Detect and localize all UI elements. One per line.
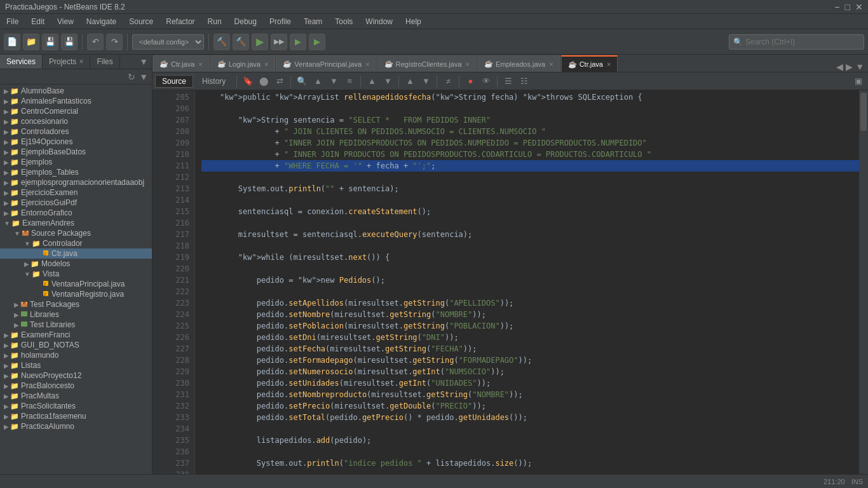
tree-item[interactable]: ▶📁PracMultas	[0, 391, 152, 401]
menu-item-team[interactable]: Team	[297, 14, 329, 29]
run-button[interactable]: ▶	[252, 34, 268, 50]
breakpoint-button[interactable]: ●	[463, 74, 477, 88]
tab-close-5[interactable]: ×	[549, 60, 553, 68]
tree-item[interactable]: ▶📁EntornoGrafico	[0, 208, 152, 218]
tree-item[interactable]: ▶📁NuevoProyecto12	[0, 370, 152, 381]
save-button[interactable]: 💾	[42, 34, 58, 50]
tree-expand-arrow[interactable]: ▶	[4, 98, 9, 105]
tree-expand-arrow[interactable]: ▶	[4, 362, 9, 369]
tab-close-2[interactable]: ×	[264, 60, 268, 68]
tab-ctr-java-active[interactable]: ☕ Ctr.java ×	[561, 55, 618, 72]
save-all-button[interactable]: 💾	[61, 34, 78, 50]
open-project-button[interactable]: 📁	[23, 34, 39, 50]
tree-expand-arrow[interactable]: ▼	[14, 230, 20, 237]
menu-item-file[interactable]: File	[0, 14, 25, 29]
menu-item-tools[interactable]: Tools	[329, 14, 359, 29]
toggle-search-bar-button[interactable]: ≡	[342, 74, 356, 88]
search-input[interactable]	[745, 37, 860, 46]
tree-expand-arrow[interactable]: ▶	[14, 322, 19, 329]
tree-item[interactable]: ▶Test Libraries	[0, 320, 152, 330]
menu-item-refactor[interactable]: Refactor	[159, 14, 201, 29]
tree-expand-arrow[interactable]: ▶	[14, 311, 19, 318]
tree-item[interactable]: ▶📁Ej194Opciones	[0, 137, 152, 147]
next-change-button[interactable]: ▼	[419, 74, 433, 88]
toggle-bookmarks-button[interactable]: 🔖	[241, 74, 255, 88]
tree-item[interactable]: ▶📁Ejemplos	[0, 157, 152, 167]
history-tab[interactable]: History	[195, 75, 233, 88]
tree-expand-arrow[interactable]: ▶	[4, 383, 9, 390]
tree-expand-arrow[interactable]: ▶	[4, 413, 9, 420]
menu-item-navigate[interactable]: Navigate	[80, 14, 123, 29]
tree-expand-arrow[interactable]: ▶	[4, 189, 9, 196]
tree-expand-arrow[interactable]: ▶	[4, 372, 9, 379]
tree-item[interactable]: JVentanaPrincipal.java	[0, 279, 152, 289]
minimize-button[interactable]: −	[834, 2, 839, 12]
tree-item[interactable]: ▶📁Listas	[0, 360, 152, 370]
menu-item-run[interactable]: Run	[201, 14, 228, 29]
tree-expand-arrow[interactable]: ▼	[4, 220, 10, 227]
tree-expand-arrow[interactable]: ▶	[4, 423, 9, 430]
menu-item-help[interactable]: Help	[399, 14, 428, 29]
diff-button[interactable]: ≠	[441, 74, 455, 88]
tree-item[interactable]: ▶📁AnimalesFantasticos	[0, 96, 152, 106]
tree-item[interactable]: ▼📁ExamenAndres	[0, 218, 152, 228]
new-project-button[interactable]: 📄	[4, 34, 20, 50]
toggle-breakpoints-button[interactable]: ⬤	[257, 74, 271, 88]
expand-editor-button[interactable]: ▣	[851, 74, 865, 88]
tree-item[interactable]: ▶📁Controladores	[0, 126, 152, 137]
tabs-scroll-right[interactable]: ▶	[844, 62, 854, 72]
prev-error-button[interactable]: ▲	[365, 74, 379, 88]
panel-collapse-button[interactable]: ▼	[138, 57, 149, 67]
tree-item[interactable]: JCtr.java	[0, 248, 152, 259]
redo-button[interactable]: ↷	[106, 34, 123, 50]
panel-sync-button[interactable]: ↻	[126, 72, 137, 82]
menu-item-profile[interactable]: Profile	[263, 14, 297, 29]
tree-expand-arrow[interactable]: ▶	[4, 169, 9, 176]
tree-item[interactable]: ▶📁PracBaloncesto	[0, 381, 152, 391]
panel-expand-button[interactable]: ▼	[138, 72, 149, 82]
tree-item[interactable]: ▼📁Controlador	[0, 238, 152, 248]
tree-item[interactable]: ▶📁concesionario	[0, 116, 152, 126]
maximize-button[interactable]: □	[845, 2, 850, 12]
tree-expand-arrow[interactable]: ▶	[4, 352, 9, 359]
tree-item[interactable]: ▶📁Modelos	[0, 259, 152, 269]
watch-button[interactable]: 👁	[479, 74, 493, 88]
tree-item[interactable]: ▶Libraries	[0, 309, 152, 320]
menu-item-window[interactable]: Window	[359, 14, 399, 29]
tree-item[interactable]: ▶📁holamundo	[0, 350, 152, 360]
tree-item[interactable]: ▶📁ExamenFranci	[0, 330, 152, 340]
undo-button[interactable]: ↶	[87, 34, 104, 50]
tabs-dropdown[interactable]: ▼	[854, 62, 865, 72]
tree-item[interactable]: ▶📁EjerciciosGuiPdf	[0, 198, 152, 208]
tab-ventana-principal[interactable]: ☕ VentanaPrincipal.java ×	[276, 55, 376, 72]
config-select[interactable]: <default config>	[132, 34, 204, 50]
right-scrollbar[interactable]	[859, 90, 868, 474]
tree-item[interactable]: ▼Source Packages	[0, 228, 152, 238]
tree-item[interactable]: ▶📁Ejemplos_Tables	[0, 167, 152, 177]
tree-expand-arrow[interactable]: ▶	[4, 403, 9, 410]
tab-login-java[interactable]: ☕ Login.java ×	[210, 55, 276, 72]
profile-button[interactable]: ▶	[309, 34, 325, 50]
tab-registro-clientes[interactable]: ☕ RegistroClientes.java ×	[377, 55, 477, 72]
tree-expand-arrow[interactable]: ▶	[14, 301, 19, 308]
tree-expand-arrow[interactable]: ▶	[4, 88, 9, 95]
tree-expand-arrow[interactable]: ▶	[4, 200, 9, 207]
close-button[interactable]: ✕	[855, 2, 863, 12]
prev-change-button[interactable]: ▲	[403, 74, 417, 88]
build-button[interactable]: 🔨	[214, 34, 230, 50]
debug-button[interactable]: ▶	[290, 34, 306, 50]
format-button[interactable]: ⇄	[273, 74, 287, 88]
tree-item[interactable]: ▶📁CentroComercial	[0, 106, 152, 116]
tab-close-3[interactable]: ×	[365, 60, 369, 68]
tab-ctr-java-1[interactable]: ☕ Ctr.java ×	[153, 55, 210, 72]
tree-item[interactable]: ▶📁AlumnoBase	[0, 86, 152, 96]
tree-item[interactable]: ▶Test Packages	[0, 299, 152, 309]
tree-expand-arrow[interactable]: ▶	[4, 210, 9, 217]
find-button[interactable]: 🔍	[295, 74, 309, 88]
tree-item[interactable]: ▶📁ejemplosprogramacionorientadaaobj	[0, 177, 152, 187]
tree-expand-arrow[interactable]: ▶	[4, 393, 9, 400]
tree-expand-arrow[interactable]: ▶	[4, 179, 9, 186]
clean-build-button[interactable]: 🔨	[233, 34, 249, 50]
menu-item-view[interactable]: View	[51, 14, 80, 29]
tree-expand-arrow[interactable]: ▶	[4, 108, 9, 115]
